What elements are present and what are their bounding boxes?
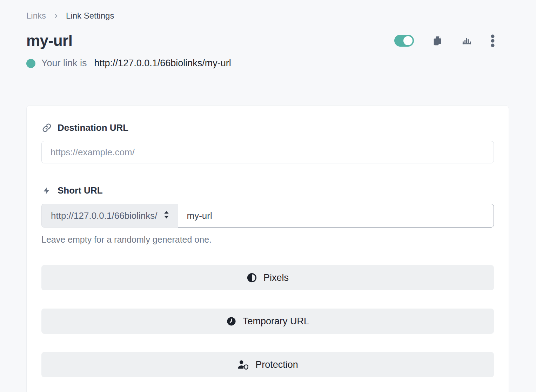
link-icon <box>41 123 52 133</box>
kebab-menu-icon[interactable] <box>490 34 495 47</box>
link-settings-page: Links Link Settings my-url <box>0 0 536 392</box>
pixels-button-label: Pixels <box>263 272 289 283</box>
protection-button-label: Protection <box>255 359 298 370</box>
breadcrumb-link-settings: Link Settings <box>66 11 114 21</box>
select-caret-icon <box>163 210 170 221</box>
link-status: Your link is http://127.0.0.1/66biolinks… <box>26 58 509 69</box>
status-prefix: Your link is <box>41 58 87 69</box>
short-url-label: Short URL <box>41 185 494 196</box>
status-dot-icon <box>26 59 35 68</box>
clock-icon <box>226 316 236 326</box>
chevron-right-icon <box>53 13 59 19</box>
breadcrumb-links[interactable]: Links <box>26 11 46 21</box>
domain-select-value: http://127.0.0.1/66biolinks/ <box>51 210 158 221</box>
temporary-url-button-label: Temporary URL <box>243 316 309 327</box>
temporary-url-button[interactable]: Temporary URL <box>41 309 494 334</box>
breadcrumb: Links Link Settings <box>26 0 509 21</box>
pixels-button[interactable]: Pixels <box>41 265 494 290</box>
header-actions <box>394 34 495 47</box>
destination-url-label: Destination URL <box>41 122 494 133</box>
user-shield-icon <box>237 359 249 370</box>
short-url-group: http://127.0.0.1/66biolinks/ <box>41 204 494 228</box>
link-settings-card: Destination URL Short URL http://127.0.0… <box>26 105 509 392</box>
header-row: my-url <box>26 32 509 49</box>
destination-url-input[interactable] <box>41 141 494 163</box>
short-url-label-text: Short URL <box>58 185 103 196</box>
bolt-icon <box>41 186 52 195</box>
protection-button[interactable]: Protection <box>41 352 494 377</box>
short-url-slug-input[interactable] <box>178 204 494 228</box>
short-url-help-text: Leave empty for a randomly generated one… <box>41 235 494 245</box>
copy-icon[interactable] <box>432 35 443 46</box>
domain-select[interactable]: http://127.0.0.1/66biolinks/ <box>41 204 178 228</box>
page-title: my-url <box>26 32 72 49</box>
toggle-knob <box>403 36 413 45</box>
stats-icon[interactable] <box>461 35 472 46</box>
status-url: http://127.0.0.1/66biolinks/my-url <box>94 58 231 69</box>
enable-toggle[interactable] <box>394 35 414 47</box>
half-circle-icon <box>247 272 257 283</box>
destination-url-label-text: Destination URL <box>58 122 128 133</box>
